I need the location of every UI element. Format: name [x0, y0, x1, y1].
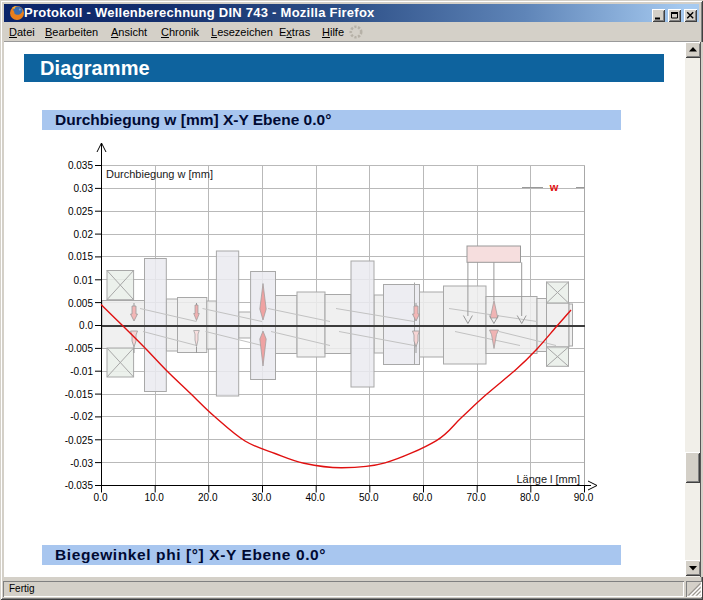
- svg-text:90.0: 90.0: [574, 492, 594, 503]
- svg-text:-0.035: -0.035: [65, 480, 94, 491]
- svg-text:20.0: 20.0: [198, 492, 218, 503]
- svg-text:40.0: 40.0: [305, 492, 325, 503]
- svg-text:0.02: 0.02: [74, 229, 94, 240]
- svg-text:0.03: 0.03: [74, 183, 94, 194]
- svg-text:-0.02: -0.02: [70, 411, 93, 422]
- svg-text:-0.025: -0.025: [65, 435, 94, 446]
- svg-text:60.0: 60.0: [413, 492, 433, 503]
- svg-text:30.0: 30.0: [252, 492, 272, 503]
- svg-text:70.0: 70.0: [466, 492, 486, 503]
- svg-text:10.0: 10.0: [144, 492, 164, 503]
- svg-text:Durchbiegung w [mm]: Durchbiegung w [mm]: [106, 168, 213, 180]
- svg-text:80.0: 80.0: [520, 492, 540, 503]
- svg-text:-0.03: -0.03: [70, 458, 93, 469]
- svg-text:w: w: [549, 181, 559, 193]
- svg-text:0.015: 0.015: [68, 251, 93, 262]
- svg-text:50.0: 50.0: [359, 492, 379, 503]
- svg-text:0.0: 0.0: [79, 320, 93, 331]
- svg-text:0.01: 0.01: [74, 275, 94, 286]
- svg-text:0.035: 0.035: [68, 160, 93, 171]
- svg-text:0.025: 0.025: [68, 206, 93, 217]
- svg-text:-0.005: -0.005: [65, 343, 94, 354]
- svg-text:0.005: 0.005: [68, 298, 93, 309]
- svg-text:-0.015: -0.015: [65, 389, 94, 400]
- svg-text:-0.01: -0.01: [70, 366, 93, 377]
- svg-text:0.0: 0.0: [94, 492, 108, 503]
- svg-text:Länge l [mm]: Länge l [mm]: [516, 473, 580, 485]
